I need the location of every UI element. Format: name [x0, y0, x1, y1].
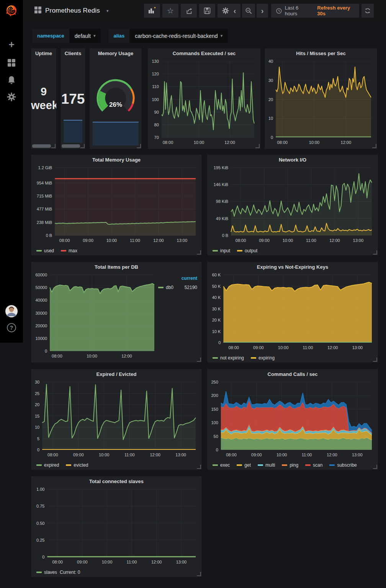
grafana-logo[interactable] [0, 3, 23, 19]
resize-handle[interactable] [137, 144, 141, 148]
resize-handle[interactable] [373, 250, 377, 255]
svg-text:40: 40 [268, 59, 273, 64]
resize-handle[interactable] [255, 144, 260, 148]
title-caret-icon[interactable]: ▾ [106, 8, 109, 13]
network-io-chart[interactable]: 0 B49 KiB98 KiB146 KiB195 KiB08:0009:001… [207, 165, 377, 245]
star-button[interactable]: ☆ [162, 4, 178, 18]
panel-title[interactable]: Hits / Misses per Sec [265, 48, 377, 58]
hits-misses-chart[interactable]: 01020304008:0010:0012:00 [265, 58, 376, 147]
legend-item-ping[interactable]: ping [282, 462, 298, 468]
panel-title[interactable]: Expiring vs Not-Expiring Keys [207, 262, 378, 272]
legend-column-header[interactable]: current [158, 276, 197, 281]
svg-text:10:00: 10:00 [309, 140, 320, 145]
command-calls-chart[interactable]: 05010015020025008:0009:0010:0011:0012:00… [207, 379, 377, 460]
expired-evicted-chart[interactable]: 05101520253008:0009:0010:0011:0012:0013:… [31, 379, 201, 460]
horizontal-scrollbar[interactable] [32, 144, 51, 148]
dashboards-icon[interactable] [0, 58, 23, 69]
connected-slaves-chart[interactable]: 00.250.500.751.0008:0009:0010:0011:0012:… [31, 486, 201, 567]
dashboard-title[interactable]: Prometheus Redis [45, 7, 100, 15]
user-avatar[interactable] [0, 305, 23, 319]
svg-text:100: 100 [211, 420, 218, 425]
legend-item-subscribe[interactable]: subscribe [329, 462, 357, 468]
panel-title[interactable]: Network I/O [207, 155, 378, 165]
help-icon[interactable]: ? [0, 322, 23, 335]
svg-text:11:00: 11:00 [124, 452, 135, 457]
horizontal-scrollbar[interactable] [62, 144, 80, 148]
refresh-button[interactable] [361, 4, 374, 18]
time-picker-button[interactable]: Last 6 hours Refresh every 30s [271, 4, 359, 18]
var-namespace-value[interactable]: default▾ [69, 29, 101, 43]
resize-handle[interactable] [372, 144, 376, 148]
svg-text:08:00: 08:00 [47, 452, 58, 457]
panel-title[interactable]: Uptime [31, 48, 56, 58]
time-range-label: Last 6 hours [285, 5, 312, 16]
legend-item-input[interactable]: input [213, 248, 230, 253]
svg-text:0 B: 0 B [46, 233, 52, 238]
legend-item-slaves[interactable]: slavesCurrent: 0 [36, 570, 80, 575]
panel-title[interactable]: Clients [61, 48, 85, 58]
share-button[interactable] [181, 4, 197, 18]
svg-text:09:00: 09:00 [251, 452, 262, 457]
legend-item-used[interactable]: used [36, 248, 54, 253]
commands-executed-chart[interactable]: 70809010011012013008:0010:0012:00 [148, 58, 260, 147]
panel-title[interactable]: Total connected slaves [31, 476, 202, 486]
resize-handle[interactable] [373, 358, 377, 362]
legend-item-output[interactable]: output [237, 248, 257, 253]
legend-item-expired[interactable]: expired [36, 462, 59, 468]
legend-item-scan[interactable]: scan [305, 462, 322, 468]
panel-uptime: Uptime 9 weeks [31, 48, 57, 149]
expiring-keys-chart[interactable]: 010 K20 K30 K40 K50 K60 K08:0009:0010:00… [207, 272, 377, 353]
svg-text:10: 10 [268, 116, 273, 121]
svg-text:11:00: 11:00 [130, 238, 140, 243]
svg-text:20 K: 20 K [212, 318, 221, 322]
legend-item-expiring[interactable]: expiring [251, 355, 275, 361]
legend-item-exec[interactable]: exec [213, 462, 230, 468]
resize-handle[interactable] [373, 465, 377, 469]
add-panel-button[interactable] [144, 4, 160, 18]
panel-command-calls: Command Calls / sec 05010015020025008:00… [207, 369, 378, 470]
panel-title[interactable]: Commands Executed / sec [148, 48, 260, 58]
legend-item-max[interactable]: max [61, 248, 77, 253]
panel-expiring-keys: Expiring vs Not-Expiring Keys 010 K20 K3… [207, 261, 378, 363]
svg-text:60000: 60000 [35, 273, 47, 277]
legend-item-not-expiring[interactable]: not expiring [213, 355, 244, 361]
chart-legend: slavesCurrent: 0 [36, 570, 80, 575]
svg-text:5: 5 [37, 436, 39, 441]
resize-handle[interactable] [197, 250, 201, 255]
chart-legend: usedmax [36, 248, 77, 253]
panel-title[interactable]: Expired / Evicted [31, 369, 202, 379]
time-forward-button[interactable]: › [257, 4, 268, 18]
legend-item-db0[interactable]: db052190 [158, 285, 197, 290]
legend-item-multi[interactable]: multi [258, 462, 275, 468]
svg-text:09:00: 09:00 [83, 238, 93, 243]
save-button[interactable] [199, 4, 215, 18]
chart-legend: not expiringexpiring [213, 355, 275, 361]
svg-text:10000: 10000 [35, 336, 47, 341]
svg-text:130: 130 [152, 59, 159, 64]
clock-icon [276, 8, 282, 14]
dashboard-grid-icon[interactable] [34, 7, 41, 15]
resize-handle[interactable] [197, 358, 201, 362]
svg-text:?: ? [10, 325, 13, 331]
time-back-button[interactable]: ‹ [229, 4, 240, 18]
resize-handle[interactable] [51, 144, 56, 148]
zoom-out-button[interactable] [242, 4, 255, 18]
resize-handle[interactable] [80, 144, 85, 148]
resize-handle[interactable] [197, 465, 201, 469]
var-alias-value[interactable]: carbon-cache-redis-result-backend▾ [129, 29, 228, 43]
legend-item-get[interactable]: get [237, 462, 251, 468]
panel-title[interactable]: Total Items per DB [31, 262, 202, 272]
resize-handle[interactable] [197, 572, 201, 576]
legend-item-evicted[interactable]: evicted [66, 462, 88, 468]
panel-title[interactable]: Memory Usage [90, 48, 142, 58]
add-icon[interactable]: + [0, 39, 23, 50]
panel-title[interactable]: Command Calls / sec [207, 369, 378, 379]
panel-memory-usage: Memory Usage 26% [89, 48, 142, 149]
settings-gear-icon[interactable] [0, 92, 23, 103]
var-namespace-label: namespace [32, 29, 69, 43]
svg-text:110: 110 [152, 84, 159, 89]
panel-title[interactable]: Total Memory Usage [31, 155, 202, 165]
svg-text:0: 0 [218, 340, 221, 345]
total-memory-chart[interactable]: 0 B238 MiB477 MiB715 MiB954 MiB1.2 GiB08… [31, 165, 201, 245]
alerting-bell-icon[interactable] [0, 75, 23, 87]
